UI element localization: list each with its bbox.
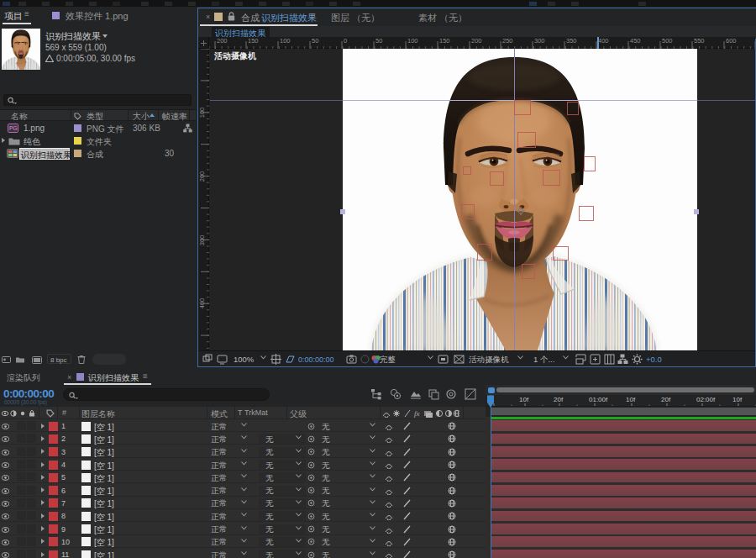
svg-text:fx: fx (414, 409, 420, 418)
svg-text:400: 400 (198, 298, 206, 309)
svg-text:300: 300 (198, 235, 206, 246)
svg-text:PG: PG (9, 125, 17, 131)
svg-text:100: 100 (198, 108, 206, 118)
svg-text:200: 200 (198, 171, 206, 182)
